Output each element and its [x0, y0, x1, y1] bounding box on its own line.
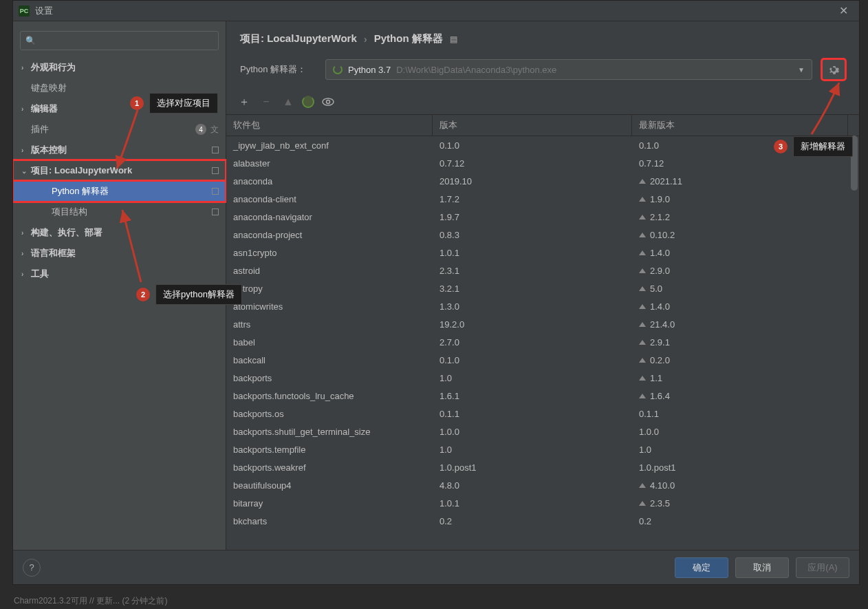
- upgrade-available-icon: [639, 483, 646, 488]
- package-row[interactable]: astroid2.3.12.9.0: [226, 261, 859, 279]
- badge-icon: 4: [195, 124, 206, 135]
- refresh-button[interactable]: [302, 96, 314, 108]
- package-latest: 5.0: [632, 284, 848, 294]
- sidebar-item-tail: [212, 147, 219, 153]
- upgrade-available-icon: [639, 501, 646, 506]
- sidebar-item-10[interactable]: ›工具: [13, 264, 226, 284]
- package-latest: 1.6.4: [632, 391, 848, 401]
- package-row[interactable]: bitarray1.0.12.3.5: [226, 494, 859, 512]
- package-name: backports.tempfile: [226, 445, 433, 455]
- ide-statusbar: Charm2021.3.2可用 // 更新... (2 分钟之前): [0, 592, 868, 609]
- upgrade-available-icon: [639, 286, 646, 291]
- sidebar-item-1[interactable]: 键盘映射: [13, 78, 226, 98]
- package-row[interactable]: bkcharts0.20.2: [226, 512, 859, 530]
- sidebar-item-4[interactable]: ›版本控制: [13, 140, 226, 160]
- scrollbar-thumb[interactable]: [851, 136, 858, 191]
- expander-icon: ›: [21, 147, 31, 154]
- ok-button[interactable]: 确定: [675, 557, 728, 578]
- svg-point-0: [323, 98, 334, 105]
- sidebar-item-6[interactable]: Python 解释器: [13, 181, 226, 202]
- package-row[interactable]: backports.shutil_get_terminal_size1.0.01…: [226, 423, 859, 440]
- package-version: 0.8.3: [433, 230, 632, 240]
- sidebar-item-3[interactable]: 插件4文: [13, 119, 226, 140]
- sidebar-item-5[interactable]: ⌄项目: LocalJupyterWork: [13, 160, 226, 181]
- package-row[interactable]: anaconda2019.102021.11: [226, 172, 859, 190]
- sidebar-item-8[interactable]: ›构建、执行、部署: [13, 222, 226, 243]
- package-name: attrs: [226, 319, 433, 330]
- package-version: 1.0: [433, 445, 632, 455]
- upgrade-available-icon: [639, 179, 646, 184]
- cancel-button[interactable]: 取消: [735, 557, 789, 578]
- package-row[interactable]: babel2.7.02.9.1: [226, 333, 859, 351]
- package-row[interactable]: backports.tempfile1.01.0: [226, 440, 859, 458]
- package-row[interactable]: atomicwrites1.3.01.4.0: [226, 297, 859, 315]
- interpreter-select[interactable]: Python 3.7 D:\Work\BigData\Anaconda3\pyt…: [325, 59, 812, 80]
- sidebar-item-label: 版本控制: [31, 144, 212, 156]
- upgrade-available-icon: [639, 376, 646, 381]
- breadcrumb-config-icon: ▤: [450, 34, 457, 44]
- sidebar-item-9[interactable]: ›语言和框架: [13, 243, 226, 264]
- interpreter-path: D:\Work\BigData\Anaconda3\python.exe: [396, 65, 792, 75]
- package-name: _ipyw_jlab_nb_ext_conf: [226, 140, 433, 151]
- package-row[interactable]: attrs19.2.021.4.0: [226, 315, 859, 333]
- package-row[interactable]: asn1crypto1.0.11.4.0: [226, 244, 859, 261]
- package-table-body: _ipyw_jlab_nb_ext_conf0.1.00.1.0alabaste…: [226, 136, 859, 530]
- sidebar-item-tail: [212, 167, 219, 174]
- package-version: 0.2: [433, 516, 632, 526]
- package-version: 1.9.7: [433, 212, 632, 222]
- package-row[interactable]: beautifulsoup44.8.04.10.0: [226, 476, 859, 494]
- package-row[interactable]: alabaster0.7.120.7.12: [226, 154, 859, 172]
- upgrade-available-icon: [639, 250, 646, 255]
- main-panel: 项目: LocalJupyterWork › Python 解释器 ▤ Pyth…: [226, 21, 859, 550]
- package-latest: 0.1.0: [632, 140, 848, 151]
- breadcrumb: 项目: LocalJupyterWork › Python 解释器 ▤: [226, 21, 859, 52]
- package-row[interactable]: backports.os0.1.10.1.1: [226, 405, 859, 423]
- package-row[interactable]: astropy3.2.15.0: [226, 279, 859, 297]
- upgrade-package-button[interactable]: ▲: [280, 94, 296, 110]
- package-latest: 1.4.0: [632, 248, 848, 258]
- interpreter-gear-button[interactable]: [822, 59, 845, 80]
- package-table: 软件包 版本 最新版本 _ipyw_jlab_nb_ext_conf0.1.00…: [226, 114, 859, 550]
- package-row[interactable]: backports.functools_lru_cache1.6.11.6.4: [226, 387, 859, 405]
- expander-icon: ›: [21, 270, 31, 278]
- sidebar-item-2[interactable]: ›编辑器: [13, 98, 226, 119]
- package-latest: 0.2: [632, 516, 848, 526]
- sidebar-search-input[interactable]: [20, 31, 219, 50]
- apply-button[interactable]: 应用(A): [796, 557, 849, 578]
- package-name: alabaster: [226, 158, 433, 169]
- package-name: anaconda-navigator: [226, 212, 433, 222]
- close-button[interactable]: ✕: [833, 1, 854, 21]
- show-early-releases-button[interactable]: [320, 94, 336, 110]
- package-version: 4.8.0: [433, 480, 632, 491]
- help-button[interactable]: ?: [23, 559, 41, 577]
- package-version: 0.1.0: [433, 355, 632, 365]
- package-row[interactable]: anaconda-client1.7.21.9.0: [226, 190, 859, 208]
- package-version: 1.0.post1: [433, 462, 632, 473]
- remove-package-button[interactable]: −: [258, 94, 274, 110]
- package-row[interactable]: anaconda-project0.8.30.10.2: [226, 226, 859, 244]
- package-row[interactable]: backcall0.1.00.2.0: [226, 351, 859, 369]
- expander-icon: ›: [21, 105, 31, 113]
- package-name: backports.functools_lru_cache: [226, 391, 433, 401]
- sidebar-item-label: 项目结构: [52, 206, 212, 218]
- col-header-package[interactable]: 软件包: [226, 115, 433, 136]
- breadcrumb-page: Python 解释器: [374, 32, 443, 45]
- add-package-button[interactable]: ＋: [236, 94, 252, 110]
- col-header-version[interactable]: 版本: [433, 115, 632, 136]
- package-row[interactable]: backports.weakref1.0.post11.0.post1: [226, 458, 859, 476]
- package-row[interactable]: anaconda-navigator1.9.72.1.2: [226, 208, 859, 226]
- col-header-latest[interactable]: 最新版本: [632, 115, 848, 136]
- interpreter-row: Python 解释器： Python 3.7 D:\Work\BigData\A…: [226, 52, 859, 87]
- eye-icon: [321, 97, 335, 107]
- package-latest: 0.1.1: [632, 409, 848, 419]
- interpreter-label: Python 解释器：: [240, 63, 316, 76]
- package-name: asn1crypto: [226, 248, 433, 258]
- expander-icon: ›: [21, 250, 31, 257]
- package-latest: 2021.11: [632, 176, 848, 186]
- sidebar-item-tail: 4文: [195, 124, 219, 136]
- sidebar-item-7[interactable]: 项目结构: [13, 202, 226, 222]
- package-row[interactable]: _ipyw_jlab_nb_ext_conf0.1.00.1.0: [226, 136, 859, 154]
- sidebar-item-0[interactable]: ›外观和行为: [13, 57, 226, 78]
- package-row[interactable]: backports1.01.1: [226, 369, 859, 387]
- sidebar-item-label: Python 解释器: [52, 185, 212, 197]
